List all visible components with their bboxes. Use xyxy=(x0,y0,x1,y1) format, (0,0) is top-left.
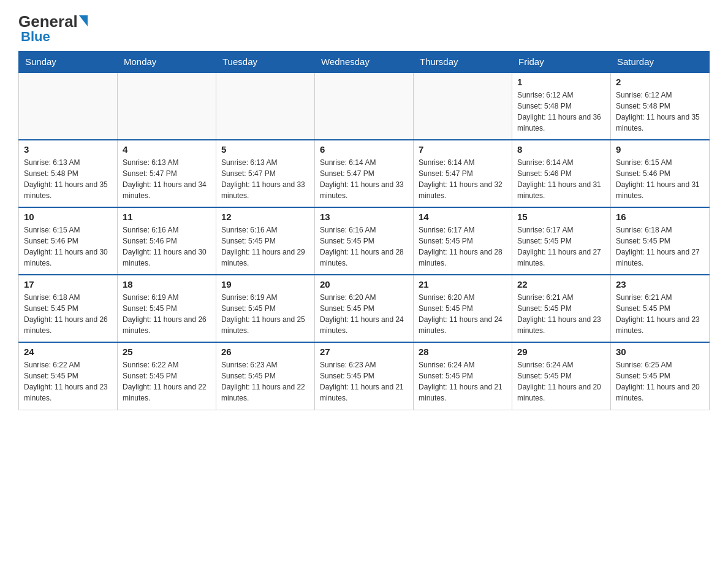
day-info: Sunrise: 6:20 AMSunset: 5:45 PMDaylight:… xyxy=(320,292,408,336)
day-number: 13 xyxy=(320,212,408,222)
calendar-cell: 8Sunrise: 6:14 AMSunset: 5:46 PMDaylight… xyxy=(512,140,611,207)
day-number: 22 xyxy=(517,279,605,289)
calendar-cell: 18Sunrise: 6:19 AMSunset: 5:45 PMDayligh… xyxy=(118,275,216,342)
calendar-cell: 5Sunrise: 6:13 AMSunset: 5:47 PMDaylight… xyxy=(216,140,315,207)
calendar-cell: 9Sunrise: 6:15 AMSunset: 5:46 PMDaylight… xyxy=(611,140,710,207)
day-number: 25 xyxy=(123,347,211,357)
day-info: Sunrise: 6:15 AMSunset: 5:46 PMDaylight:… xyxy=(24,224,112,269)
day-number: 11 xyxy=(123,212,211,222)
day-info: Sunrise: 6:13 AMSunset: 5:48 PMDaylight:… xyxy=(24,157,112,201)
day-info: Sunrise: 6:22 AMSunset: 5:45 PMDaylight:… xyxy=(123,359,211,404)
calendar-header-row: SundayMondayTuesdayWednesdayThursdayFrid… xyxy=(19,52,710,73)
day-info: Sunrise: 6:22 AMSunset: 5:45 PMDaylight:… xyxy=(24,359,112,404)
calendar-cell: 6Sunrise: 6:14 AMSunset: 5:47 PMDaylight… xyxy=(315,140,414,207)
calendar-cell: 25Sunrise: 6:22 AMSunset: 5:45 PMDayligh… xyxy=(118,342,216,410)
day-number: 15 xyxy=(517,212,605,222)
day-info: Sunrise: 6:18 AMSunset: 5:45 PMDaylight:… xyxy=(616,224,704,269)
calendar-cell xyxy=(19,72,118,140)
calendar-week-row: 24Sunrise: 6:22 AMSunset: 5:45 PMDayligh… xyxy=(19,342,710,410)
day-info: Sunrise: 6:21 AMSunset: 5:45 PMDaylight:… xyxy=(616,292,704,336)
day-info: Sunrise: 6:19 AMSunset: 5:45 PMDaylight:… xyxy=(221,292,309,336)
calendar-cell: 29Sunrise: 6:24 AMSunset: 5:45 PMDayligh… xyxy=(512,342,611,410)
calendar-cell: 23Sunrise: 6:21 AMSunset: 5:45 PMDayligh… xyxy=(611,275,710,342)
day-info: Sunrise: 6:14 AMSunset: 5:47 PMDaylight:… xyxy=(320,157,408,201)
day-info: Sunrise: 6:25 AMSunset: 5:45 PMDaylight:… xyxy=(616,359,704,404)
day-info: Sunrise: 6:12 AMSunset: 5:48 PMDaylight:… xyxy=(616,90,704,134)
calendar-header-friday: Friday xyxy=(512,52,611,73)
day-number: 14 xyxy=(419,212,507,222)
day-number: 19 xyxy=(221,279,309,289)
calendar-cell: 24Sunrise: 6:22 AMSunset: 5:45 PMDayligh… xyxy=(19,342,118,410)
logo-triangle-icon xyxy=(79,15,88,26)
day-number: 27 xyxy=(320,347,408,357)
day-number: 26 xyxy=(221,347,309,357)
day-number: 2 xyxy=(616,77,704,87)
calendar-cell: 7Sunrise: 6:14 AMSunset: 5:47 PMDaylight… xyxy=(414,140,512,207)
day-info: Sunrise: 6:14 AMSunset: 5:46 PMDaylight:… xyxy=(517,157,605,201)
day-number: 18 xyxy=(123,279,211,289)
day-info: Sunrise: 6:20 AMSunset: 5:45 PMDaylight:… xyxy=(419,292,507,336)
day-info: Sunrise: 6:15 AMSunset: 5:46 PMDaylight:… xyxy=(616,157,704,201)
calendar-cell: 1Sunrise: 6:12 AMSunset: 5:48 PMDaylight… xyxy=(512,72,611,140)
day-number: 5 xyxy=(221,144,309,155)
day-info: Sunrise: 6:16 AMSunset: 5:45 PMDaylight:… xyxy=(320,224,408,269)
calendar-cell: 15Sunrise: 6:17 AMSunset: 5:45 PMDayligh… xyxy=(512,207,611,275)
calendar-week-row: 1Sunrise: 6:12 AMSunset: 5:48 PMDaylight… xyxy=(19,72,710,140)
day-info: Sunrise: 6:17 AMSunset: 5:45 PMDaylight:… xyxy=(419,224,507,269)
calendar-cell: 28Sunrise: 6:24 AMSunset: 5:45 PMDayligh… xyxy=(414,342,512,410)
calendar-cell: 26Sunrise: 6:23 AMSunset: 5:45 PMDayligh… xyxy=(216,342,315,410)
day-info: Sunrise: 6:21 AMSunset: 5:45 PMDaylight:… xyxy=(517,292,605,336)
calendar-cell: 11Sunrise: 6:16 AMSunset: 5:46 PMDayligh… xyxy=(118,207,216,275)
day-number: 16 xyxy=(616,212,704,222)
day-info: Sunrise: 6:14 AMSunset: 5:47 PMDaylight:… xyxy=(419,157,507,201)
calendar-cell xyxy=(315,72,414,140)
calendar-header-sunday: Sunday xyxy=(19,52,118,73)
calendar-cell: 4Sunrise: 6:13 AMSunset: 5:47 PMDaylight… xyxy=(118,140,216,207)
day-number: 20 xyxy=(320,279,408,289)
calendar-header-tuesday: Tuesday xyxy=(216,52,315,73)
day-number: 24 xyxy=(24,347,112,357)
calendar-week-row: 3Sunrise: 6:13 AMSunset: 5:48 PMDaylight… xyxy=(19,140,710,207)
calendar-cell: 27Sunrise: 6:23 AMSunset: 5:45 PMDayligh… xyxy=(315,342,414,410)
day-number: 29 xyxy=(517,347,605,357)
calendar-cell xyxy=(118,72,216,140)
day-info: Sunrise: 6:17 AMSunset: 5:45 PMDaylight:… xyxy=(517,224,605,269)
calendar-cell: 20Sunrise: 6:20 AMSunset: 5:45 PMDayligh… xyxy=(315,275,414,342)
calendar-cell: 30Sunrise: 6:25 AMSunset: 5:45 PMDayligh… xyxy=(611,342,710,410)
day-number: 7 xyxy=(419,144,507,155)
calendar-table: SundayMondayTuesdayWednesdayThursdayFrid… xyxy=(18,51,710,410)
day-info: Sunrise: 6:13 AMSunset: 5:47 PMDaylight:… xyxy=(123,157,211,201)
day-number: 6 xyxy=(320,144,408,155)
day-info: Sunrise: 6:24 AMSunset: 5:45 PMDaylight:… xyxy=(419,359,507,404)
calendar-cell xyxy=(216,72,315,140)
day-number: 1 xyxy=(517,77,605,87)
calendar-cell: 14Sunrise: 6:17 AMSunset: 5:45 PMDayligh… xyxy=(414,207,512,275)
calendar-cell: 13Sunrise: 6:16 AMSunset: 5:45 PMDayligh… xyxy=(315,207,414,275)
calendar-cell: 10Sunrise: 6:15 AMSunset: 5:46 PMDayligh… xyxy=(19,207,118,275)
day-number: 23 xyxy=(616,279,704,289)
day-number: 30 xyxy=(616,347,704,357)
calendar-cell: 17Sunrise: 6:18 AMSunset: 5:45 PMDayligh… xyxy=(19,275,118,342)
calendar-cell: 12Sunrise: 6:16 AMSunset: 5:45 PMDayligh… xyxy=(216,207,315,275)
day-info: Sunrise: 6:12 AMSunset: 5:48 PMDaylight:… xyxy=(517,90,605,134)
day-number: 4 xyxy=(123,144,211,155)
calendar-cell: 16Sunrise: 6:18 AMSunset: 5:45 PMDayligh… xyxy=(611,207,710,275)
day-number: 3 xyxy=(24,144,112,155)
calendar-cell: 22Sunrise: 6:21 AMSunset: 5:45 PMDayligh… xyxy=(512,275,611,342)
day-info: Sunrise: 6:16 AMSunset: 5:45 PMDaylight:… xyxy=(221,224,309,269)
day-number: 28 xyxy=(419,347,507,357)
calendar-header-thursday: Thursday xyxy=(414,52,512,73)
day-info: Sunrise: 6:18 AMSunset: 5:45 PMDaylight:… xyxy=(24,292,112,336)
day-number: 21 xyxy=(419,279,507,289)
day-number: 17 xyxy=(24,279,112,289)
logo-blue: Blue xyxy=(21,29,50,45)
day-info: Sunrise: 6:24 AMSunset: 5:45 PMDaylight:… xyxy=(517,359,605,404)
day-number: 10 xyxy=(24,212,112,222)
day-info: Sunrise: 6:23 AMSunset: 5:45 PMDaylight:… xyxy=(320,359,408,404)
day-number: 12 xyxy=(221,212,309,222)
calendar-header-monday: Monday xyxy=(118,52,216,73)
day-info: Sunrise: 6:23 AMSunset: 5:45 PMDaylight:… xyxy=(221,359,309,404)
day-info: Sunrise: 6:19 AMSunset: 5:45 PMDaylight:… xyxy=(123,292,211,336)
day-info: Sunrise: 6:13 AMSunset: 5:47 PMDaylight:… xyxy=(221,157,309,201)
day-number: 9 xyxy=(616,144,704,155)
